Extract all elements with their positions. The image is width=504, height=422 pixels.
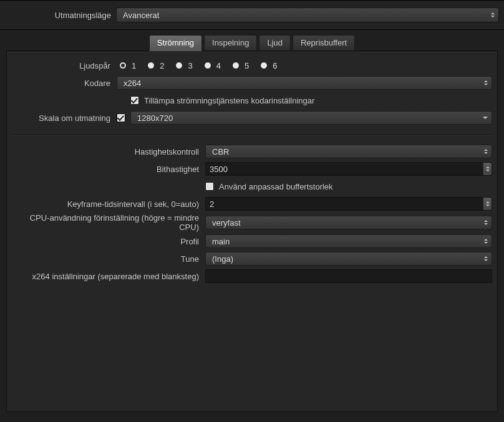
keyframe-input[interactable]: 2 — [205, 197, 492, 211]
enforce-label: Tillämpa strömningstjänstens kodarinstäl… — [144, 96, 314, 105]
audio-track-2[interactable]: 2 — [147, 61, 164, 70]
tab-replay[interactable]: Reprisbuffert — [293, 35, 355, 51]
tab-recording[interactable]: Inspelning — [204, 35, 257, 51]
profile-combo[interactable]: main — [205, 234, 492, 248]
audio-track-radios: 1 2 3 4 5 6 — [117, 61, 277, 70]
tune-value: (Inga) — [212, 254, 233, 264]
keyframe-value: 2 — [210, 199, 214, 209]
updown-icon — [482, 146, 490, 156]
radio-icon — [260, 62, 268, 69]
output-mode-value: Avancerat — [123, 11, 159, 20]
encoder-combo[interactable]: x264 — [117, 76, 492, 90]
updown-icon — [482, 78, 490, 88]
row-cpu-preset: CPU-användning förinställning (högre = m… — [12, 213, 492, 232]
streaming-pane: Ljudspår 1 2 3 4 5 6 Kodare x264 — [6, 50, 498, 412]
radio-icon — [232, 62, 240, 69]
rescale-label: Skala om utmatning — [12, 113, 117, 123]
audio-track-6[interactable]: 6 — [260, 61, 277, 70]
audio-track-label: Ljudspår — [12, 61, 117, 70]
tab-audio[interactable]: Ljud — [259, 35, 291, 51]
rescale-value: 1280x720 — [137, 113, 173, 123]
updown-icon — [483, 163, 492, 175]
row-rate-control: Hastighetskontroll CBR — [12, 143, 492, 160]
radio-icon — [147, 62, 155, 69]
custom-buffer-label: Använd anpassad buffertstorlek — [219, 182, 333, 191]
encoder-value: x264 — [124, 79, 141, 88]
x264opts-label: x264 inställningar (separerade med blank… — [12, 272, 205, 281]
updown-icon — [482, 218, 490, 228]
radio-icon — [204, 62, 211, 69]
row-profile: Profil main — [12, 233, 492, 249]
rate-control-label: Hastighetskontroll — [12, 147, 205, 156]
row-audio-track: Ljudspår 1 2 3 4 5 6 — [12, 57, 492, 74]
row-encoder: Kodare x264 — [12, 75, 492, 91]
tab-streaming[interactable]: Strömning — [149, 35, 202, 51]
updown-icon — [489, 9, 497, 21]
audio-track-4[interactable]: 4 — [204, 61, 221, 70]
tune-combo[interactable]: (Inga) — [205, 252, 492, 266]
row-custom-buffer: Använd anpassad buffertstorlek — [12, 178, 492, 194]
profile-label: Profil — [12, 237, 205, 246]
x264opts-input[interactable] — [205, 269, 492, 283]
radio-icon — [175, 62, 183, 69]
updown-icon — [483, 198, 492, 210]
bitrate-label: Bithastighet — [12, 165, 205, 174]
divider — [12, 135, 492, 136]
output-mode-combo[interactable]: Avancerat — [116, 7, 499, 22]
row-enforce: Tillämpa strömningstjänstens kodarinstäl… — [12, 92, 492, 108]
enforce-checkbox[interactable] — [130, 96, 139, 105]
custom-buffer-checkbox[interactable] — [205, 182, 214, 191]
row-tune: Tune (Inga) — [12, 251, 492, 267]
row-x264opts: x264 inställningar (separerade med blank… — [12, 268, 492, 284]
cpu-preset-label: CPU-användning förinställning (högre = m… — [12, 213, 205, 232]
output-mode-label: Utmatningsläge — [0, 11, 116, 20]
cpu-preset-combo[interactable]: veryfast — [205, 216, 492, 229]
output-mode-bar: Utmatningsläge Avancerat — [0, 0, 504, 30]
tune-label: Tune — [12, 254, 205, 264]
cpu-preset-value: veryfast — [212, 218, 241, 228]
encoder-label: Kodare — [12, 79, 117, 88]
row-keyframe: Keyframe-tidsintervall (i sek, 0=auto) 2 — [12, 196, 492, 212]
rate-control-combo[interactable]: CBR — [205, 145, 492, 158]
radio-icon — [119, 62, 127, 69]
tabs: Strömning Inspelning Ljud Reprisbuffert — [0, 35, 504, 51]
rescale-checkbox[interactable] — [117, 113, 125, 122]
bitrate-value: 3500 — [210, 165, 228, 174]
keyframe-label: Keyframe-tidsintervall (i sek, 0=auto) — [12, 199, 205, 209]
audio-track-3[interactable]: 3 — [175, 61, 192, 70]
row-rescale: Skala om utmatning 1280x720 — [12, 110, 492, 126]
updown-icon — [482, 254, 490, 264]
tabs-region: Strömning Inspelning Ljud Reprisbuffert … — [0, 30, 504, 412]
row-bitrate: Bithastighet 3500 — [12, 161, 492, 177]
updown-icon — [482, 236, 490, 246]
rescale-combo[interactable]: 1280x720 — [130, 111, 492, 125]
profile-value: main — [212, 237, 230, 246]
audio-track-5[interactable]: 5 — [232, 61, 249, 70]
rate-control-value: CBR — [212, 147, 229, 156]
bitrate-input[interactable]: 3500 — [205, 162, 492, 176]
audio-track-1[interactable]: 1 — [119, 61, 136, 70]
